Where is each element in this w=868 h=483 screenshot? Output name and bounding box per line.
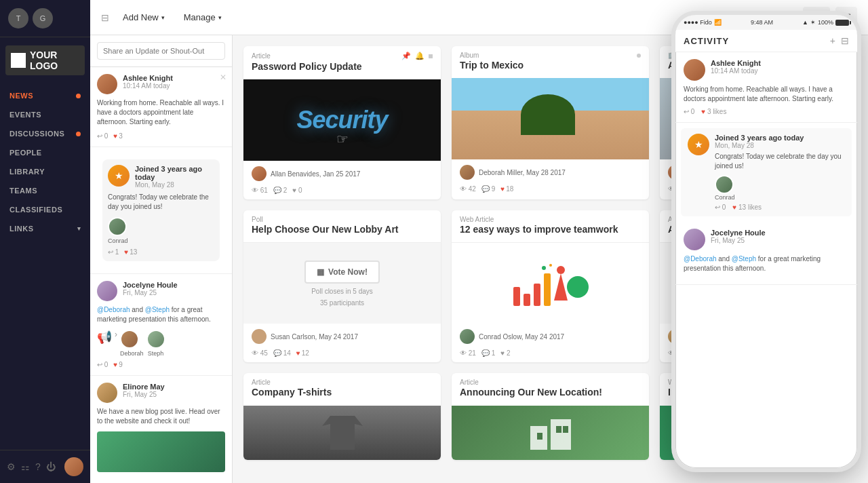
phone-time-ashlee: 10:14 AM today bbox=[711, 67, 761, 75]
phone-badge-content: Joined 3 years ago today Mon, May 28 Con… bbox=[715, 134, 845, 211]
sidebar-item-people[interactable]: PEOPLE bbox=[0, 143, 90, 162]
card-footer-4: Susan Carlson, May 24 2017 bbox=[243, 324, 441, 349]
card-stats-2: 👁 42 💬 9 ♥ 18 bbox=[452, 185, 649, 198]
update-item-ashlee: Ashlee Knight 10:14 AM today ✕ Working f… bbox=[90, 67, 232, 147]
share-update-input[interactable] bbox=[97, 42, 225, 60]
sidebar-item-discussions[interactable]: DISCUSSIONS bbox=[0, 124, 90, 143]
badge-text-area: Joined 3 years ago today Mon, May 28 bbox=[135, 165, 214, 189]
card-image-mexico bbox=[452, 78, 649, 159]
phone-item-jocelyne: Jocelyne Houle Fri, May 25 @Deborah and … bbox=[675, 222, 857, 285]
sidebar-item-links[interactable]: LINKS ▾ bbox=[0, 219, 90, 238]
power-icon[interactable]: ⏻ bbox=[46, 461, 56, 472]
card-author-2: Deborah Miller, May 28 2017 bbox=[479, 169, 641, 176]
filter-icon[interactable]: ⊟ bbox=[101, 12, 109, 23]
phone-mention-deborah[interactable]: @Deborah bbox=[684, 255, 717, 263]
phone-like-button[interactable]: ♥ 3 likes bbox=[701, 108, 726, 115]
badge-container: ★ Joined 3 years ago today Mon, May 28 C… bbox=[102, 159, 220, 261]
card-type-2: Album bbox=[460, 52, 479, 59]
update-header-ashlee: Ashlee Knight 10:14 AM today ✕ bbox=[97, 74, 225, 94]
nav-label-teams: TEAMS bbox=[9, 187, 37, 195]
badge-like-button[interactable]: ♥ 13 bbox=[124, 248, 137, 256]
phone-actions-ashlee: ↩ 0 ♥ 3 likes bbox=[684, 108, 849, 115]
update-actions-ashlee: ↩ 0 ♥ 3 bbox=[97, 132, 225, 140]
ballot-icon: ▦ bbox=[317, 267, 324, 277]
update-text-elinore: We have a new blog post live. Head over … bbox=[97, 407, 225, 426]
sliders-icon[interactable]: ⚏ bbox=[21, 461, 30, 472]
phone-badge-reply[interactable]: ↩ 0 bbox=[715, 204, 726, 211]
add-new-button[interactable]: Add New ▾ bbox=[117, 9, 170, 25]
user-avatar-g[interactable]: G bbox=[33, 8, 53, 28]
phone-mention-steph[interactable]: @Steph bbox=[732, 255, 756, 263]
vote-now-button[interactable]: ▦ Vote Now! bbox=[304, 260, 380, 284]
likes-icon-5: ♥ 2 bbox=[500, 349, 510, 357]
update-text-ashlee: Working from home. Reachable all ways. I… bbox=[97, 98, 225, 127]
sidebar-item-events[interactable]: EVENTS bbox=[0, 105, 90, 124]
jocelyne-thumbs: 📢 › Deborah Steph bbox=[97, 330, 225, 357]
update-time-jocelyne: Fri, May 25 bbox=[123, 289, 178, 296]
manage-button[interactable]: Manage ▾ bbox=[178, 9, 227, 25]
svg-point-6 bbox=[567, 276, 589, 298]
phone-text-jocelyne: @Deborah and @Steph for a great marketin… bbox=[684, 254, 849, 273]
badge-reply-icon[interactable]: ↩ 1 bbox=[108, 248, 119, 256]
phone-badge-like[interactable]: ♥ 13 likes bbox=[732, 204, 762, 211]
nav-badge-news bbox=[76, 94, 81, 98]
update-sidebar: Ashlee Knight 10:14 AM today ✕ Working f… bbox=[90, 35, 233, 483]
phone-badge-icon: ★ bbox=[688, 134, 709, 155]
current-user-avatar[interactable] bbox=[64, 457, 83, 476]
sidebar-logo: YOUR LOGO bbox=[5, 45, 85, 75]
nav-label-people: PEOPLE bbox=[9, 149, 42, 157]
update-item-elinore: Elinore May Fri, May 25 We have a new bl… bbox=[90, 376, 232, 483]
gear-icon[interactable]: ⚙ bbox=[7, 461, 16, 472]
update-item-jocelyne: Jocelyne Houle Fri, May 25 @Deborah and … bbox=[90, 274, 232, 376]
sidebar-item-classifieds[interactable]: CLASSIFIEDS bbox=[0, 200, 90, 219]
sidebar-nav: NEWS EVENTS DISCUSSIONS PEOPLE LIBRARY T… bbox=[0, 83, 90, 450]
card-author-4: Susan Carlson, May 24 2017 bbox=[271, 333, 433, 341]
sidebar-item-library[interactable]: LIBRARY bbox=[0, 162, 90, 181]
jocelyne-reply-icon[interactable]: ↩ 0 bbox=[97, 361, 108, 368]
like-button[interactable]: ♥ 3 bbox=[113, 132, 123, 140]
svg-point-7 bbox=[542, 266, 546, 270]
mention-deborah[interactable]: @Deborah bbox=[97, 306, 130, 313]
thumb-avatar-deborah bbox=[120, 330, 139, 349]
thumb-avatar-conrad bbox=[108, 217, 127, 236]
card-stats-4: 👁 45 💬 14 ♥ 12 bbox=[243, 349, 441, 362]
megaphone-icon[interactable]: 📢 bbox=[97, 330, 112, 357]
phone-thumb-conrad: Conrad bbox=[715, 175, 735, 201]
sidebar-item-news[interactable]: NEWS bbox=[0, 86, 90, 105]
carrier-name: ●●●● Fido bbox=[684, 19, 712, 26]
close-icon[interactable]: ✕ bbox=[220, 73, 226, 82]
user-avatar-t[interactable]: T bbox=[8, 8, 28, 28]
sidebar-item-teams[interactable]: TEAMS bbox=[0, 181, 90, 200]
card-title-8: Announcing Our New Location! bbox=[452, 386, 649, 405]
phone-item-badge: ★ Joined 3 years ago today Mon, May 28 C… bbox=[681, 128, 852, 216]
mention-steph[interactable]: @Steph bbox=[145, 306, 170, 313]
update-avatar-ashlee bbox=[97, 74, 117, 94]
phone-reply-icon[interactable]: ↩ 0 bbox=[684, 108, 694, 115]
card-title-1: Password Policy Update bbox=[243, 60, 441, 79]
phone-filter-icon[interactable]: ⊟ bbox=[841, 35, 849, 46]
battery-area: ▲ ✶ 100% bbox=[802, 19, 849, 26]
vote-label: Vote Now! bbox=[328, 267, 368, 277]
phone-title: ACTIVITY bbox=[684, 36, 729, 46]
card-dot-1 bbox=[429, 54, 433, 58]
phone-add-icon[interactable]: + bbox=[830, 35, 835, 46]
update-meta-elinore: Elinore May Fri, May 25 bbox=[123, 383, 165, 398]
badge-icon: ★ bbox=[108, 165, 130, 187]
update-time-ashlee: 10:14 AM today bbox=[123, 82, 173, 90]
location-icon: ▲ bbox=[802, 19, 808, 26]
card-image-poll: ▦ Vote Now! Poll closes in 5 days 35 par… bbox=[243, 242, 441, 324]
card-type-8: Article bbox=[460, 379, 479, 386]
phone-thumb-label-conrad: Conrad bbox=[715, 194, 735, 201]
card-header-5: Web Article bbox=[452, 210, 649, 223]
badge-date: Mon, May 28 bbox=[135, 181, 214, 189]
reply-icon[interactable]: ↩ 0 bbox=[97, 132, 108, 140]
security-text: Security bbox=[296, 106, 387, 134]
card-new-location: Article Announcing Our New Location! bbox=[452, 373, 649, 459]
comments-icon-2: 💬 9 bbox=[481, 185, 495, 193]
nav-label-news: NEWS bbox=[9, 92, 33, 100]
question-icon[interactable]: ? bbox=[35, 461, 41, 472]
jocelyne-like-button[interactable]: ♥ 9 bbox=[113, 361, 123, 368]
cursor-icon: ☞ bbox=[336, 131, 349, 147]
phone-time-jocelyne: Fri, May 25 bbox=[711, 237, 766, 244]
views-icon-4: 👁 45 bbox=[252, 349, 268, 357]
